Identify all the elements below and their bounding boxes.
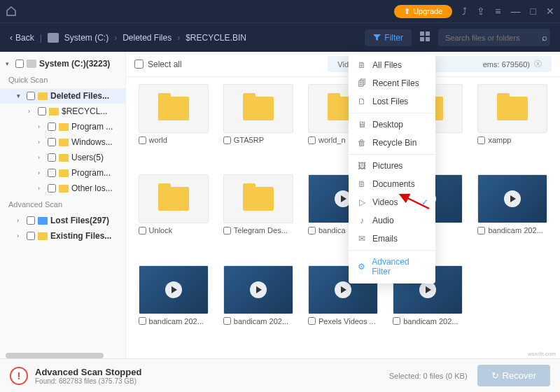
search-input[interactable] <box>445 34 542 42</box>
status-title: Advanced Scan Stopped <box>35 367 141 377</box>
status-warning-icon: ! <box>10 367 28 385</box>
breadcrumb: ‹ Back | System (C:) › Deleted Files › $… <box>10 33 246 43</box>
tree-recycle[interactable]: ›$RECYCL... <box>0 104 125 119</box>
recent-icon: 🗐 <box>357 78 367 88</box>
filter-lost[interactable]: 🗋Lost Files <box>349 92 435 111</box>
pictures-icon: 🖼 <box>357 161 367 171</box>
tree-section-quick: Quick Scan <box>0 71 125 88</box>
recycle-icon: 🗑 <box>357 138 367 148</box>
audio-icon: ♪ <box>357 216 367 225</box>
tree-lost-files[interactable]: ›Lost Files(297) <box>0 213 125 228</box>
tree-program1[interactable]: ›Program ... <box>0 119 125 134</box>
search-box[interactable]: ⌕ <box>438 29 550 46</box>
filter-emails[interactable]: ✉Emails <box>349 230 435 248</box>
sidebar: ▾System (C:)(3223) Quick Scan ▾Deleted F… <box>0 52 126 358</box>
check-icon: ✓ <box>421 197 428 207</box>
lost-icon: 🗋 <box>357 97 367 106</box>
view-grid-icon[interactable] <box>417 29 433 47</box>
svg-rect-0 <box>420 31 424 36</box>
filter-documents[interactable]: 🗎Documents <box>349 175 435 193</box>
crumb-recycle[interactable]: $RECYCLE.BIN <box>186 33 246 43</box>
select-all[interactable]: Select all <box>134 59 182 69</box>
documents-icon: 🗎 <box>357 179 367 189</box>
filter-dropdown: 🗎All Files 🗐Recent Files 🗋Lost Files 🖥De… <box>349 53 435 284</box>
tree-users[interactable]: ›Users(5) <box>0 150 125 165</box>
file-item[interactable]: world <box>133 84 214 170</box>
svg-rect-1 <box>426 31 430 36</box>
filter-videos[interactable]: ▷Videos✓ <box>349 193 435 211</box>
minimize-icon[interactable]: — <box>511 6 521 17</box>
tree-other[interactable]: ›Other los... <box>0 181 125 196</box>
tree-program2[interactable]: ›Program... <box>0 165 125 181</box>
share-icon[interactable]: ⤴ <box>462 6 467 17</box>
file-grid: world GTA5RP world_n e_end xampp Unlock … <box>126 77 560 358</box>
search-icon[interactable]: ⌕ <box>542 32 547 43</box>
watermark: wsxdn.com <box>528 351 556 357</box>
tree-section-advanced: Advanced Scan <box>0 196 125 213</box>
filter-recent[interactable]: 🗐Recent Files <box>349 74 435 92</box>
file-item[interactable]: bandicam 202... <box>218 265 298 351</box>
svg-rect-2 <box>420 37 424 41</box>
desktop-icon: 🖥 <box>357 120 367 130</box>
drive-icon <box>48 33 59 43</box>
upgrade-button[interactable]: ⬆ Upgrade <box>394 5 452 18</box>
file-item[interactable]: GTA5RP <box>218 84 298 170</box>
file-item[interactable]: xampp <box>472 84 553 170</box>
maximize-icon[interactable]: □ <box>531 6 536 17</box>
home-icon[interactable] <box>6 6 17 17</box>
close-icon[interactable]: ✕ <box>546 6 554 17</box>
filter-recycle[interactable]: 🗑Recycle Bin <box>349 134 435 152</box>
crumb-system[interactable]: System (C:) <box>64 33 108 43</box>
tree-windows[interactable]: ›Windows... <box>0 134 125 150</box>
file-item[interactable]: Telegram Des... <box>218 174 298 260</box>
svg-rect-3 <box>426 37 430 41</box>
crumb-deleted[interactable]: Deleted Files <box>122 33 172 43</box>
filter-pictures[interactable]: 🖼Pictures <box>349 157 435 175</box>
tree-root[interactable]: ▾System (C:)(3223) <box>0 56 125 71</box>
file-item[interactable]: Unlock <box>133 174 214 260</box>
menu-icon[interactable]: ≡ <box>495 6 500 17</box>
sidebar-scrollbar[interactable] <box>6 353 104 358</box>
back-button[interactable]: ‹ Back <box>10 33 34 43</box>
file-icon: 🗎 <box>357 60 367 70</box>
recover-button[interactable]: ↻ Recover <box>477 365 550 386</box>
emails-icon: ✉ <box>357 234 367 244</box>
status-sub: Found: 682783 files (375.73 GB) <box>35 377 141 385</box>
export-icon[interactable]: ⇪ <box>477 6 485 17</box>
filter-advanced[interactable]: ⚙Advanced Filter <box>349 253 435 281</box>
filter-all-files[interactable]: 🗎All Files <box>349 56 435 74</box>
file-item[interactable]: bandicam 202... <box>472 174 553 260</box>
sliders-icon: ⚙ <box>357 262 366 272</box>
selected-info: Selected: 0 files (0 KB) <box>389 372 468 380</box>
filter-audio[interactable]: ♪Audio <box>349 211 435 230</box>
tree-deleted-files[interactable]: ▾Deleted Files... <box>0 88 125 104</box>
file-item[interactable]: bandicam 202... <box>133 265 214 351</box>
clear-filter-icon[interactable]: ⓧ <box>534 59 542 69</box>
videos-icon: ▷ <box>357 197 367 207</box>
tree-existing[interactable]: ›Existing Files... <box>0 228 125 244</box>
filter-desktop[interactable]: 🖥Desktop <box>349 115 435 134</box>
filter-button[interactable]: Filter <box>365 29 412 46</box>
